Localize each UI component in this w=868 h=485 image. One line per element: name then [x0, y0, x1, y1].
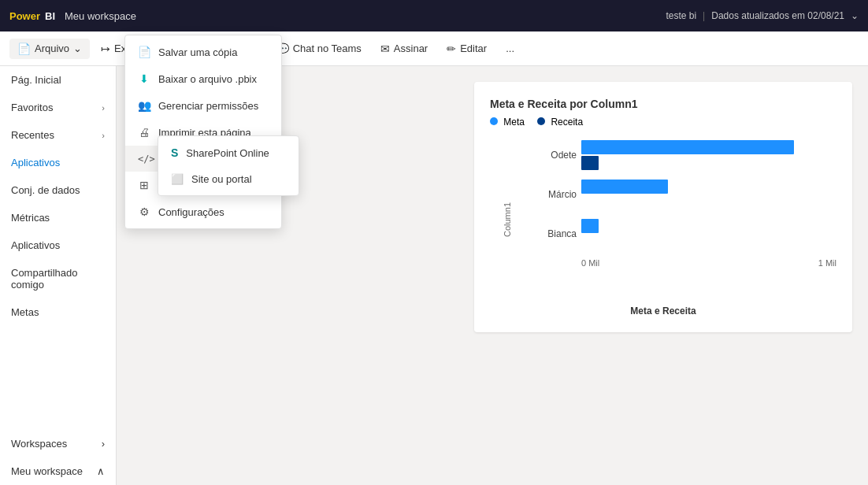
embed-icon: </>: [138, 154, 150, 165]
sidebar-my-workspace[interactable]: Meu workspace ∧: [0, 457, 116, 485]
legend-meta: Meta: [490, 117, 525, 128]
chat-teams-button[interactable]: 💬 Chat no Teams: [268, 39, 369, 59]
menu-item-settings[interactable]: ⚙ Configurações: [125, 198, 281, 225]
submenu-sharepoint-label: SharePoint Online: [186, 147, 269, 159]
x-label-0: 0 Mil: [581, 258, 599, 268]
menu-item-manage-perms[interactable]: 👥 Gerenciar permissões: [125, 92, 281, 119]
assinar-label: Assinar: [394, 43, 428, 54]
bar-container-odete: [581, 140, 836, 170]
email-icon: ✉: [380, 43, 390, 55]
bar-meta-marcio: [581, 180, 668, 194]
topbar-right: teste bi | Dados atualizados em 02/08/21…: [666, 10, 859, 21]
bar-row-odete: Odete: [537, 140, 836, 170]
sidebar: Pág. Inicial Favoritos › Recentes › Apli…: [0, 66, 117, 485]
sidebar-metrics-label: Aplicativos: [11, 239, 60, 251]
settings-icon: ⚙: [138, 205, 150, 218]
qr-icon: ⊞: [138, 179, 150, 191]
menu-download-label: Baixar o arquivo .pbix: [158, 73, 257, 85]
topbar: Power BI Meu workspace teste bi | Dados …: [0, 0, 868, 31]
sidebar-home-label: Pág. Inicial: [11, 74, 61, 86]
meta-dot: [490, 117, 498, 125]
bar-label-odete: Odete: [537, 150, 577, 161]
site-icon: ⬜: [171, 173, 184, 185]
chevron-up-icon: ∧: [97, 465, 105, 477]
my-workspace-label: Meu workspace: [11, 465, 83, 477]
arquivo-button[interactable]: 📄 Arquivo ⌄: [9, 39, 90, 59]
sidebar-apps-label: Aplicativos: [11, 157, 60, 168]
permissions-icon: 👥: [138, 99, 150, 112]
legend-receita: Receita: [537, 117, 583, 128]
embed-submenu: S SharePoint Online ⬜ Site ou portal: [158, 135, 299, 196]
report-name: teste bi: [666, 10, 696, 21]
sidebar-workspaces[interactable]: Workspaces ›: [0, 430, 116, 457]
legend-receita-label: Receita: [551, 117, 583, 128]
sidebar-item-learn[interactable]: Métricas: [0, 204, 116, 231]
arquivo-label: Arquivo: [35, 43, 69, 54]
update-text: Dados atualizados em 02/08/21: [711, 10, 844, 21]
sidebar-item-recent[interactable]: Recentes ›: [0, 121, 116, 149]
print-icon: 🖨: [138, 126, 150, 139]
sidebar-learn-label: Métricas: [11, 212, 50, 224]
chevron-right-icon: ›: [102, 103, 105, 113]
x-label-1: 1 Mil: [818, 258, 836, 268]
bar-meta-odete: [581, 140, 794, 154]
bar-label-marcio: Márcio: [537, 189, 577, 200]
bar-container-bianca: [581, 219, 836, 249]
bar-container-marcio: [581, 180, 836, 209]
logo-bi-text: BI: [45, 10, 55, 22]
workspaces-label: Workspaces: [11, 438, 67, 450]
workspace-title: Meu workspace: [65, 10, 136, 22]
legend-meta-label: Meta: [503, 117, 525, 128]
bar-meta-bianca: [581, 219, 599, 233]
y-axis-label: Column1: [503, 202, 512, 237]
separator: |: [703, 10, 705, 21]
download-icon: ⬇: [138, 72, 150, 85]
menu-item-save-copy[interactable]: 📄 Salvar uma cópia: [125, 39, 281, 65]
assinar-button[interactable]: ✉ Assinar: [373, 39, 436, 59]
sidebar-goals-label: Metas: [11, 306, 39, 318]
editar-label: Editar: [460, 43, 487, 54]
chart-legend: Meta Receita: [490, 117, 836, 128]
sidebar-bottom: Workspaces › Meu workspace ∧: [0, 430, 116, 485]
menu-save-copy-label: Salvar uma cópia: [158, 46, 237, 58]
arquivo-dropdown: 📄 Salvar uma cópia ⬇ Baixar o arquivo .p…: [124, 35, 282, 229]
file-icon: 📄: [17, 43, 31, 55]
more-button[interactable]: ...: [498, 39, 522, 58]
sidebar-shared-label: Compartilhado comigo: [11, 267, 105, 291]
chevron-right-icon: ›: [102, 131, 105, 140]
editar-button[interactable]: ✏ Editar: [439, 39, 495, 59]
receita-dot: [537, 117, 545, 125]
submenu-site-label: Site ou portal: [191, 173, 252, 185]
sidebar-item-favorites[interactable]: Favoritos ›: [0, 94, 116, 121]
logo-power-text: Power: [9, 10, 40, 22]
more-label: ...: [506, 43, 514, 54]
chat-teams-label: Chat no Teams: [293, 43, 362, 54]
sidebar-item-datasets[interactable]: Conj. de dados: [0, 176, 116, 204]
chart-bars: Column1 Odete Márcio Bianca: [490, 140, 836, 299]
bar-row-bianca: Bianca: [537, 219, 836, 249]
bar-label-bianca: Bianca: [537, 228, 577, 239]
chevron-right-icon: ›: [102, 438, 105, 450]
sidebar-item-home[interactable]: Pág. Inicial: [0, 66, 116, 94]
submenu-item-site[interactable]: ⬜ Site ou portal: [158, 166, 299, 192]
submenu-item-sharepoint[interactable]: S SharePoint Online: [158, 139, 299, 166]
menu-item-download-pbix[interactable]: ⬇ Baixar o arquivo .pbix: [125, 65, 281, 92]
bar-row-marcio: Márcio: [537, 180, 836, 209]
sidebar-item-goals[interactable]: Metas: [0, 298, 116, 326]
sidebar-item-shared[interactable]: Compartilhado comigo: [0, 259, 116, 298]
chart-area: Meta e Receita por Column1 Meta Receita …: [474, 82, 852, 332]
sidebar-item-metrics[interactable]: Aplicativos: [0, 231, 116, 259]
sidebar-datasets-label: Conj. de dados: [11, 184, 80, 196]
arquivo-chevron-icon: ⌄: [73, 43, 82, 54]
export-icon: ↦: [101, 43, 110, 55]
chevron-down-icon[interactable]: ⌄: [851, 10, 859, 21]
chart-title: Meta e Receita por Column1: [490, 98, 836, 110]
edit-icon: ✏: [447, 43, 456, 55]
menu-settings-label: Configurações: [158, 206, 224, 218]
chart-x-title: Meta e Receita: [490, 305, 836, 317]
sidebar-recent-label: Recentes: [11, 129, 54, 141]
save-copy-icon: 📄: [138, 46, 150, 58]
bar-receita-odete: [581, 156, 599, 170]
sidebar-favorites-label: Favoritos: [11, 102, 53, 113]
sidebar-item-apps[interactable]: Aplicativos: [0, 149, 116, 176]
